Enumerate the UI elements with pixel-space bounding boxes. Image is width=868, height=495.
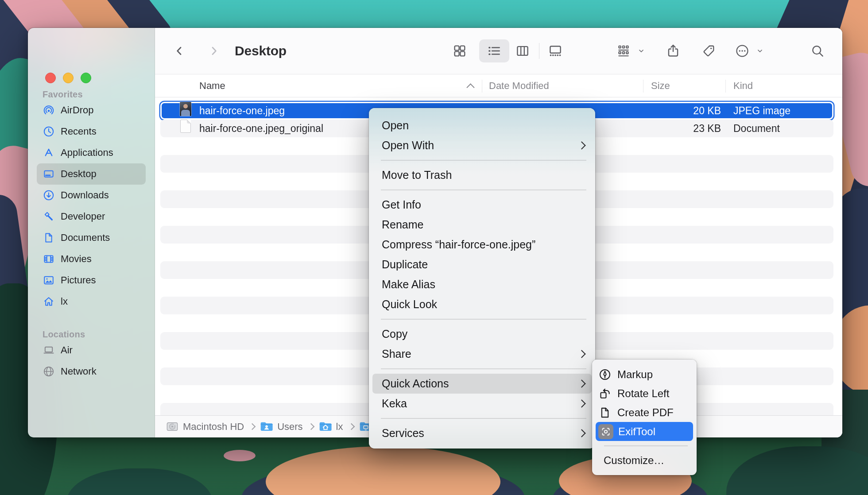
- column-divider: [482, 80, 482, 93]
- breadcrumb-chevron-icon: [348, 423, 355, 430]
- blank-document-icon: [180, 120, 191, 133]
- submenu-item-markup[interactable]: Markup: [592, 365, 697, 384]
- search-button[interactable]: [811, 44, 825, 58]
- menu-item-label: Create PDF: [617, 406, 674, 419]
- clock-icon: [43, 125, 55, 138]
- menu-separator: [369, 155, 595, 165]
- menu-item-label: Make Alias: [382, 278, 435, 291]
- submenu-item-customize[interactable]: Customize…: [592, 451, 697, 470]
- toolbar-divider: [539, 43, 539, 59]
- menu-item-label: Rotate Left: [617, 387, 669, 400]
- laptop-icon: [43, 344, 55, 356]
- sidebar-item-applications[interactable]: Applications: [37, 142, 146, 163]
- sidebar-item-movies[interactable]: Movies: [37, 248, 146, 270]
- sidebar-item-airdrop[interactable]: AirDrop: [37, 100, 146, 121]
- more-chevron-down-icon[interactable]: [757, 48, 763, 54]
- sidebar-item-recents[interactable]: Recents: [37, 121, 146, 142]
- menu-item-services[interactable]: Services: [369, 423, 595, 443]
- menu-item-label: Move to Trash: [382, 169, 452, 182]
- file-kind: JPEG image: [733, 102, 790, 120]
- submenu-item-create-pdf[interactable]: Create PDF: [592, 403, 697, 422]
- submenu-arrow-icon: [577, 379, 585, 387]
- menu-item-open[interactable]: Open: [369, 116, 595, 135]
- breadcrumb-item-lx[interactable]: lx: [319, 421, 343, 433]
- globe-icon: [43, 365, 55, 378]
- desktop-icon: [43, 168, 55, 180]
- menu-item-share[interactable]: Share: [369, 344, 595, 364]
- menu-item-make-alias[interactable]: Make Alias: [369, 275, 595, 294]
- menu-item-compress-hair-force-one-jpeg[interactable]: Compress “hair-force-one.jpeg”: [369, 235, 595, 255]
- sidebar-item-label: Movies: [61, 253, 92, 265]
- sidebar-item-documents[interactable]: Documents: [37, 227, 146, 248]
- column-header-date-modified[interactable]: Date Modified: [489, 80, 549, 92]
- quick-actions-submenu: MarkupRotate LeftCreate PDFExifToolCusto…: [592, 360, 697, 475]
- back-button[interactable]: [174, 45, 185, 57]
- file-name: hair-force-one.jpeg_original: [199, 120, 323, 137]
- menu-item-duplicate[interactable]: Duplicate: [369, 255, 595, 275]
- sidebar-item-air[interactable]: Air: [37, 340, 146, 361]
- menu-item-quick-actions[interactable]: Quick Actions: [372, 374, 592, 394]
- sidebar-item-label: Applications: [61, 147, 113, 159]
- share-button[interactable]: [666, 43, 681, 58]
- menu-item-copy[interactable]: Copy: [369, 324, 595, 344]
- exiftool-badge-icon: [598, 424, 613, 439]
- submenu-arrow-icon: [577, 399, 585, 407]
- sidebar-item-desktop[interactable]: Desktop: [37, 163, 146, 185]
- sidebar-item-label: lx: [61, 296, 68, 307]
- menu-item-label: Markup: [617, 368, 653, 381]
- view-grid-button[interactable]: [452, 43, 467, 58]
- sidebar-item-label: Air: [61, 344, 73, 356]
- breadcrumb-chevron-icon: [307, 423, 314, 430]
- hard-drive-icon: [166, 421, 179, 432]
- file-size: 20 KB: [632, 102, 721, 120]
- breadcrumb-item-macintosh-hd[interactable]: Macintosh HD: [166, 421, 244, 433]
- desktop-screen: FavoritesAirDropRecentsApplicationsDeskt…: [0, 0, 868, 495]
- sidebar-item-developer[interactable]: Developer: [37, 206, 146, 227]
- breadcrumb-item-users[interactable]: Users: [260, 421, 302, 433]
- menu-separator: [369, 314, 595, 324]
- download-circle-icon: [43, 189, 55, 201]
- menu-item-rename[interactable]: Rename: [369, 215, 595, 235]
- document-icon: [43, 232, 55, 244]
- menu-item-open-with[interactable]: Open With: [369, 135, 595, 155]
- hammer-icon: [43, 210, 55, 223]
- sidebar-item-downloads[interactable]: Downloads: [37, 185, 146, 206]
- forward-button[interactable]: [208, 45, 220, 57]
- menu-item-quick-look[interactable]: Quick Look: [369, 294, 595, 314]
- view-columns-button[interactable]: [515, 43, 530, 58]
- menu-item-move-to-trash[interactable]: Move to Trash: [369, 165, 595, 185]
- group-chevron-down-icon[interactable]: [638, 48, 645, 54]
- submenu-item-rotate-left[interactable]: Rotate Left: [592, 384, 697, 403]
- sidebar-item-label: Documents: [61, 232, 110, 244]
- file-kind: Document: [733, 120, 780, 137]
- column-header-name[interactable]: Name: [199, 80, 225, 92]
- view-gallery-button[interactable]: [548, 43, 563, 58]
- home-icon: [43, 295, 55, 308]
- sidebar-item-lx[interactable]: lx: [37, 291, 146, 312]
- rotate-left-icon: [598, 387, 612, 400]
- sidebar-item-label: Recents: [61, 126, 97, 137]
- breadcrumb-label: Users: [277, 421, 302, 433]
- tags-button[interactable]: [701, 44, 716, 58]
- group-button[interactable]: [616, 44, 631, 58]
- sort-ascending-icon: [466, 83, 474, 91]
- column-header-size[interactable]: Size: [651, 80, 670, 92]
- breadcrumb-chevron-icon: [249, 423, 256, 430]
- view-list-button[interactable]: [487, 43, 502, 58]
- sidebar-item-network[interactable]: Network: [37, 361, 146, 382]
- more-options-button[interactable]: [735, 43, 750, 58]
- sidebar-item-label: Desktop: [61, 168, 97, 180]
- menu-item-keka[interactable]: Keka: [369, 394, 595, 414]
- sidebar-item-pictures[interactable]: Pictures: [37, 270, 146, 291]
- menu-item-get-info[interactable]: Get Info: [369, 195, 595, 215]
- submenu-item-exiftool[interactable]: ExifTool: [596, 422, 693, 441]
- menu-item-label: ExifTool: [618, 425, 655, 438]
- menu-item-label: Rename: [382, 218, 424, 231]
- folder-users-icon: [260, 421, 273, 432]
- submenu-arrow-icon: [577, 429, 585, 437]
- context-menu: OpenOpen WithMove to TrashGet InfoRename…: [369, 108, 595, 449]
- finder-sidebar: FavoritesAirDropRecentsApplicationsDeskt…: [28, 28, 155, 437]
- column-header-kind[interactable]: Kind: [733, 80, 753, 92]
- column-divider: [725, 80, 726, 93]
- menu-item-label: Get Info: [382, 198, 421, 211]
